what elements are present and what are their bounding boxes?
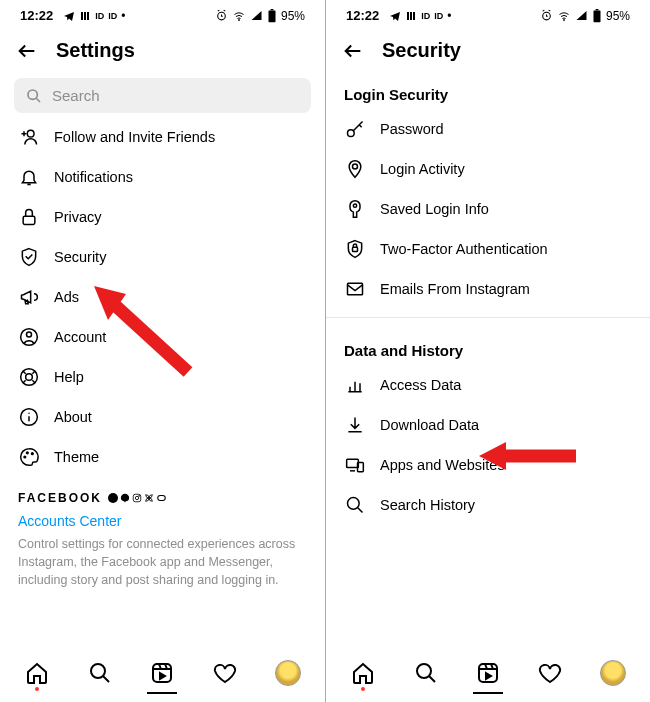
item-notifications[interactable]: Notifications [0,157,325,197]
item-privacy[interactable]: Privacy [0,197,325,237]
header: Settings [0,27,325,70]
section-login-security: Login Security [326,70,650,109]
item-about[interactable]: About [0,397,325,437]
item-label: About [54,409,92,425]
telegram-icon [389,10,401,22]
item-label: Security [54,249,106,265]
item-follow-invite[interactable]: Follow and Invite Friends [0,117,325,157]
item-label: Apps and Websites [380,457,505,473]
security-list: Login Security Password Login Activity S… [326,70,650,648]
item-label: Access Data [380,377,461,393]
svg-point-17 [135,496,138,499]
nav-home[interactable] [350,660,376,686]
item-theme[interactable]: Theme [0,437,325,477]
mail-icon [344,279,366,299]
item-download-data[interactable]: Download Data [326,405,650,445]
nav-reels[interactable] [149,660,175,686]
bar-chart-icon [344,375,366,395]
back-icon[interactable] [16,40,38,62]
svg-rect-30 [348,283,363,295]
header: Security [326,27,650,70]
svg-point-13 [27,452,29,454]
bottom-nav [0,648,325,702]
nav-profile[interactable] [600,660,626,686]
alarm-icon [540,9,553,22]
svg-point-34 [417,664,431,678]
dot-icon: • [447,9,451,23]
item-access-data[interactable]: Access Data [326,365,650,405]
alarm-icon [215,9,228,22]
item-login-activity[interactable]: Login Activity [326,149,650,189]
status-time: 12:22 [346,8,379,23]
status-time: 12:22 [20,8,53,23]
person-add-icon [18,127,40,147]
svg-point-9 [21,369,38,386]
item-apps-websites[interactable]: Apps and Websites [326,445,650,485]
search-icon [26,88,42,104]
signal-icon [250,10,263,22]
id-icon-2: ID [108,11,117,21]
map-icon [405,10,417,22]
devices-icon [344,455,366,475]
item-search-history[interactable]: Search History [326,485,650,525]
avatar [600,660,626,686]
svg-point-4 [28,90,37,99]
battery-pct: 95% [281,9,305,23]
shield-check-icon [18,247,40,267]
lock-icon [18,207,40,227]
item-label: Notifications [54,169,133,185]
svg-rect-19 [158,496,166,501]
item-label: Emails From Instagram [380,281,530,297]
back-icon[interactable] [342,40,364,62]
nav-activity[interactable] [537,660,563,686]
brand-icons [108,493,167,503]
page-title: Settings [56,39,135,62]
shield-lock-icon [344,239,366,259]
svg-point-26 [348,130,355,137]
page-title: Security [382,39,461,62]
keyhole-icon [344,199,366,219]
item-label: Password [380,121,444,137]
divider [326,317,650,318]
phone-security: 12:22 ID ID • 95% Security Login Securit… [325,0,650,702]
item-saved-login[interactable]: Saved Login Info [326,189,650,229]
item-label: Account [54,329,106,345]
location-icon [344,159,366,179]
nav-activity[interactable] [212,660,238,686]
id-icon: ID [421,11,430,21]
item-password[interactable]: Password [326,109,650,149]
nav-reels[interactable] [475,660,501,686]
item-label: Ads [54,289,79,305]
svg-point-1 [238,19,239,20]
svg-point-23 [563,19,564,20]
battery-pct: 95% [606,9,630,23]
svg-rect-31 [347,459,359,467]
signal-icon [575,10,588,22]
nav-profile[interactable] [275,660,301,686]
svg-point-14 [32,453,34,455]
accounts-center-link[interactable]: Accounts Center [0,511,325,535]
item-security[interactable]: Security [0,237,325,277]
status-bar: 12:22 ID ID • 95% [0,0,325,27]
nav-search[interactable] [87,660,113,686]
nav-search[interactable] [413,660,439,686]
search-placeholder: Search [52,87,100,104]
item-help[interactable]: Help [0,357,325,397]
svg-point-8 [27,332,32,337]
item-label: Download Data [380,417,479,433]
item-two-factor[interactable]: Two-Factor Authentication [326,229,650,269]
svg-point-20 [91,664,105,678]
search-icon [344,495,366,515]
svg-rect-29 [353,247,358,251]
dot-icon: • [121,9,125,23]
svg-point-28 [353,204,356,207]
svg-point-27 [353,164,358,169]
svg-point-15 [108,493,118,503]
item-account[interactable]: Account [0,317,325,357]
settings-list: Follow and Invite Friends Notifications … [0,117,325,648]
item-label: Privacy [54,209,102,225]
search-input[interactable]: Search [14,78,311,113]
item-emails[interactable]: Emails From Instagram [326,269,650,309]
item-ads[interactable]: Ads [0,277,325,317]
nav-home[interactable] [24,660,50,686]
